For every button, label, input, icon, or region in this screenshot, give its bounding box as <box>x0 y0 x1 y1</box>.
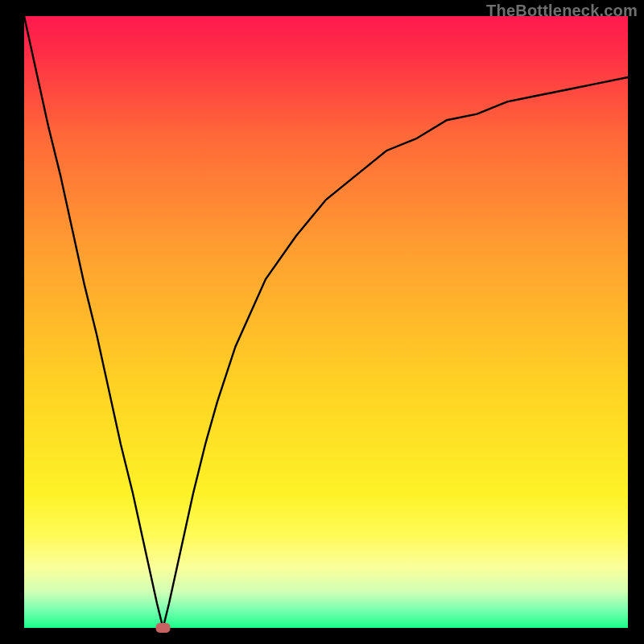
bottleneck-chart <box>0 0 644 644</box>
chart-container: TheBottleneck.com <box>0 0 644 644</box>
optimum-marker <box>156 623 171 633</box>
attribution-label: TheBottleneck.com <box>486 2 638 20</box>
plot-background <box>24 16 628 628</box>
